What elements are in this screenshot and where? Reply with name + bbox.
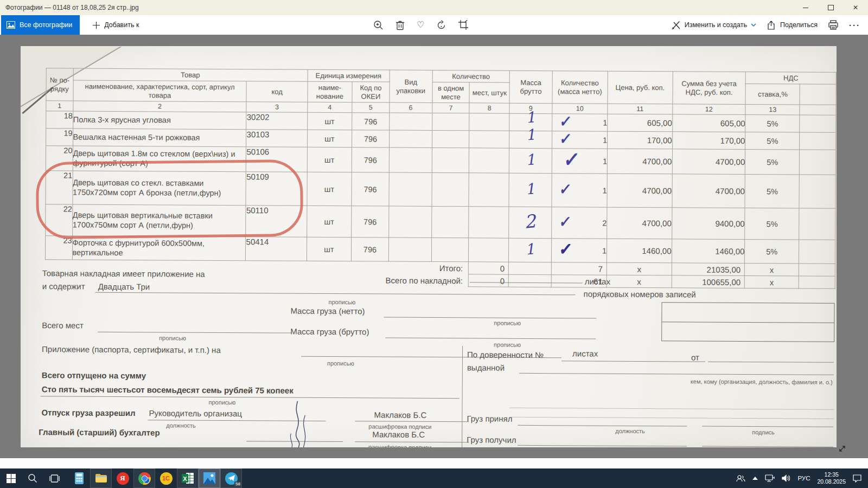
table-cell: 170,00	[608, 131, 673, 149]
table-cell	[469, 173, 509, 207]
add-to-button[interactable]: Добавить к	[88, 21, 143, 29]
col-header-num: № по-рядку	[46, 68, 73, 101]
table-cell	[469, 207, 509, 238]
col-group-tovar: Товар	[73, 68, 308, 81]
taskbar-yandex-browser[interactable]: Я	[112, 468, 133, 488]
taskbar-excel[interactable]: X	[177, 468, 199, 488]
taskbar-search-button[interactable]	[22, 468, 43, 488]
table-cell: 4700,00	[672, 149, 745, 175]
close-button[interactable]: ✕	[843, 0, 868, 15]
edit-create-button[interactable]: Изменить и создать	[672, 21, 756, 30]
table-cell: шт	[307, 172, 352, 206]
handwritten-quantity: 1	[525, 126, 536, 144]
table-cell: 170,00	[672, 132, 745, 150]
table-cell	[799, 240, 835, 264]
task-view-button[interactable]	[43, 468, 65, 488]
table-cell: 796	[352, 130, 390, 147]
handwritten-checkmark: ✓	[558, 130, 572, 147]
taskbar-file-explorer[interactable]	[90, 468, 112, 488]
taskbar-telegram[interactable]: 58	[220, 468, 242, 488]
col-header-code: код	[246, 81, 307, 102]
form-caption: прописью	[494, 320, 521, 326]
start-button[interactable]	[0, 468, 22, 488]
table-cell: ✓1	[552, 174, 608, 208]
form-label: от	[691, 352, 699, 362]
taskbar-clock[interactable]: 12:35 20.08.2025	[817, 471, 846, 485]
totals-cell	[508, 274, 551, 287]
col-header-in-one: в одном месте	[432, 82, 470, 102]
taskbar-1c[interactable]: 1С	[155, 468, 177, 488]
table-cell: шт	[307, 206, 352, 237]
table-cell: 30202	[246, 112, 307, 130]
volume-icon[interactable]	[782, 474, 790, 482]
form-label: Товарная накладная имеет приложение на	[42, 268, 205, 279]
zoom-button[interactable]	[373, 20, 384, 30]
taskbar-calculator[interactable]	[68, 468, 90, 488]
blank-line	[95, 292, 576, 296]
table-cell: 1	[509, 131, 552, 148]
language-indicator[interactable]: РУС	[797, 475, 810, 481]
table-cell: шт	[307, 112, 352, 130]
people-icon[interactable]	[736, 474, 745, 482]
rotate-button[interactable]	[436, 20, 446, 30]
taskbar-photos[interactable]	[199, 468, 220, 488]
form-caption: должность	[615, 428, 645, 434]
more-button[interactable]: ···	[849, 21, 860, 30]
network-icon[interactable]	[765, 474, 775, 482]
table-cell: 605,00	[672, 114, 745, 132]
table-cell: 796	[352, 172, 389, 206]
table-cell	[432, 113, 469, 130]
table-cell	[388, 237, 431, 261]
scanned-document: № по-рядку Товар Единица измерения Вид у…	[21, 46, 837, 447]
form-caption: прописью	[209, 399, 236, 406]
maximize-icon	[828, 5, 834, 10]
table-cell: 5%	[745, 132, 800, 150]
search-icon	[28, 473, 37, 483]
delete-button[interactable]	[395, 20, 405, 30]
blank-line	[41, 396, 459, 399]
print-button[interactable]	[828, 20, 838, 30]
table-cell	[389, 172, 432, 206]
form-caption: расшифровка подписи	[368, 444, 431, 447]
table-cell	[432, 172, 469, 206]
red-marker-circle	[36, 159, 303, 239]
column-number: 2	[73, 101, 246, 112]
blank-line	[702, 446, 833, 447]
hidden-icons-chevron[interactable]	[752, 477, 758, 480]
taskbar-chrome[interactable]	[133, 468, 155, 488]
col-header-price: Цена, руб. коп.	[608, 71, 673, 104]
handwritten-checkmark: ✓	[558, 180, 572, 198]
all-photos-button[interactable]: Все фотографии	[1, 15, 80, 35]
form-label: листах	[572, 349, 598, 358]
form-label: Отпуск груза разрешил	[41, 408, 135, 418]
blank-line	[708, 362, 834, 363]
table-cell: 605,00	[608, 114, 673, 132]
column-number: 6	[390, 102, 432, 113]
file-explorer-icon	[95, 473, 107, 484]
action-center-icon[interactable]	[853, 474, 861, 483]
totals-cell: 21035,00	[672, 263, 745, 276]
blank-line	[561, 361, 705, 362]
blank-line	[384, 317, 596, 319]
table-cell: 19	[46, 129, 73, 146]
table-cell	[389, 113, 432, 130]
form-label: Масса груза (брутто)	[290, 327, 369, 337]
fullscreen-arrow-icon[interactable]	[838, 445, 846, 453]
column-number: 13	[745, 104, 800, 115]
handwritten-checkmark: ✓	[558, 213, 572, 230]
totals-cell	[509, 262, 551, 274]
table-cell	[469, 148, 509, 173]
col-header-extra	[800, 84, 836, 105]
handwritten-checkmark: ✓	[558, 239, 573, 259]
photo-viewer[interactable]: № по-рядку Товар Единица измерения Вид у…	[0, 35, 868, 458]
minimize-button[interactable]	[793, 0, 818, 15]
handwritten-quantity: 1	[525, 180, 535, 198]
favorite-button[interactable]: ♡	[417, 21, 424, 29]
form-label: По доверенности №	[467, 350, 544, 359]
blank-line	[355, 441, 469, 442]
crop-button[interactable]	[458, 20, 468, 30]
form-label: порядковых номеров записей	[584, 289, 696, 299]
maximize-button[interactable]	[818, 0, 843, 15]
share-button[interactable]: Поделиться	[767, 21, 818, 30]
blank-line	[702, 426, 833, 427]
